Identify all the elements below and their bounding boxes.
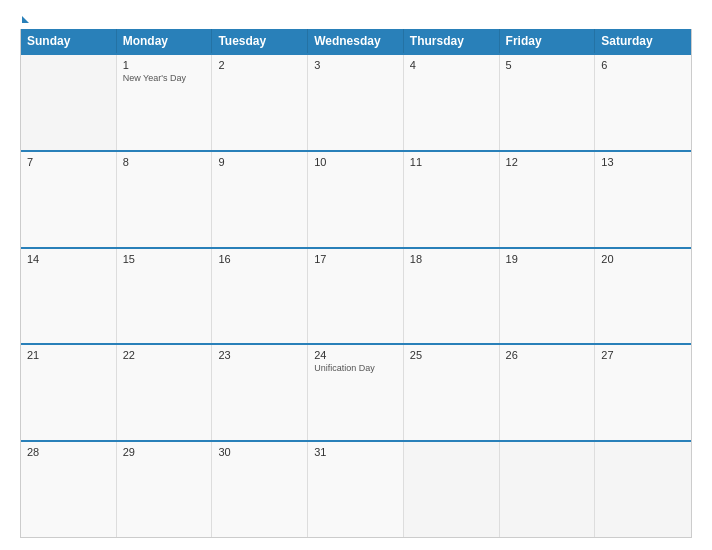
day-cell-w2-d3: 10 [308, 152, 404, 247]
header-friday: Friday [500, 29, 596, 53]
day-number: 15 [123, 253, 206, 265]
day-cell-w1-d0 [21, 55, 117, 150]
day-cell-w2-d0: 7 [21, 152, 117, 247]
day-number: 5 [506, 59, 589, 71]
day-cell-w4-d1: 22 [117, 345, 213, 440]
day-number: 4 [410, 59, 493, 71]
day-number: 23 [218, 349, 301, 361]
day-cell-w5-d2: 30 [212, 442, 308, 537]
week-row-4: 21222324Unification Day252627 [21, 343, 691, 440]
day-number: 6 [601, 59, 685, 71]
days-of-week-header: Sunday Monday Tuesday Wednesday Thursday… [21, 29, 691, 53]
day-cell-w2-d1: 8 [117, 152, 213, 247]
day-cell-w2-d5: 12 [500, 152, 596, 247]
day-cell-w1-d2: 2 [212, 55, 308, 150]
day-number: 2 [218, 59, 301, 71]
day-cell-w3-d6: 20 [595, 249, 691, 344]
day-cell-w3-d5: 19 [500, 249, 596, 344]
day-cell-w4-d5: 26 [500, 345, 596, 440]
week-row-3: 14151617181920 [21, 247, 691, 344]
week-row-5: 28293031 [21, 440, 691, 537]
week-row-1: 1New Year's Day23456 [21, 53, 691, 150]
calendar-grid: Sunday Monday Tuesday Wednesday Thursday… [20, 29, 692, 538]
day-cell-w5-d6 [595, 442, 691, 537]
header-wednesday: Wednesday [308, 29, 404, 53]
day-number: 7 [27, 156, 110, 168]
day-cell-w1-d3: 3 [308, 55, 404, 150]
header-saturday: Saturday [595, 29, 691, 53]
day-cell-w2-d2: 9 [212, 152, 308, 247]
day-cell-w3-d0: 14 [21, 249, 117, 344]
calendar-body: 1New Year's Day2345678910111213141516171… [21, 53, 691, 537]
day-number: 31 [314, 446, 397, 458]
day-number: 13 [601, 156, 685, 168]
day-number: 19 [506, 253, 589, 265]
day-number: 17 [314, 253, 397, 265]
day-number: 14 [27, 253, 110, 265]
day-number: 26 [506, 349, 589, 361]
header-monday: Monday [117, 29, 213, 53]
day-number: 24 [314, 349, 397, 361]
day-number: 8 [123, 156, 206, 168]
day-number: 20 [601, 253, 685, 265]
day-number: 3 [314, 59, 397, 71]
day-cell-w5-d3: 31 [308, 442, 404, 537]
day-number: 25 [410, 349, 493, 361]
day-cell-w1-d1: 1New Year's Day [117, 55, 213, 150]
week-row-2: 78910111213 [21, 150, 691, 247]
day-cell-w2-d4: 11 [404, 152, 500, 247]
day-cell-w5-d5 [500, 442, 596, 537]
logo-blue-text [20, 16, 29, 21]
day-number: 11 [410, 156, 493, 168]
day-cell-w1-d4: 4 [404, 55, 500, 150]
day-number: 29 [123, 446, 206, 458]
day-cell-w3-d2: 16 [212, 249, 308, 344]
day-number: 12 [506, 156, 589, 168]
day-number: 28 [27, 446, 110, 458]
day-number: 30 [218, 446, 301, 458]
day-number: 1 [123, 59, 206, 71]
day-cell-w4-d6: 27 [595, 345, 691, 440]
day-cell-w2-d6: 13 [595, 152, 691, 247]
header-tuesday: Tuesday [212, 29, 308, 53]
day-number: 9 [218, 156, 301, 168]
day-cell-w4-d3: 24Unification Day [308, 345, 404, 440]
day-number: 27 [601, 349, 685, 361]
day-number: 10 [314, 156, 397, 168]
day-cell-w4-d0: 21 [21, 345, 117, 440]
day-cell-w5-d0: 28 [21, 442, 117, 537]
day-number: 22 [123, 349, 206, 361]
day-cell-w4-d4: 25 [404, 345, 500, 440]
day-cell-w5-d1: 29 [117, 442, 213, 537]
day-cell-w3-d3: 17 [308, 249, 404, 344]
day-number: 18 [410, 253, 493, 265]
day-cell-w4-d2: 23 [212, 345, 308, 440]
logo-triangle-icon [22, 16, 29, 23]
calendar-page: Sunday Monday Tuesday Wednesday Thursday… [0, 0, 712, 550]
day-number: 21 [27, 349, 110, 361]
day-cell-w3-d1: 15 [117, 249, 213, 344]
day-cell-w5-d4 [404, 442, 500, 537]
day-cell-w1-d6: 6 [595, 55, 691, 150]
day-cell-w1-d5: 5 [500, 55, 596, 150]
holiday-label: New Year's Day [123, 73, 206, 85]
header-sunday: Sunday [21, 29, 117, 53]
header-thursday: Thursday [404, 29, 500, 53]
day-cell-w3-d4: 18 [404, 249, 500, 344]
holiday-label: Unification Day [314, 363, 397, 375]
logo [20, 16, 29, 21]
header [20, 16, 692, 21]
day-number: 16 [218, 253, 301, 265]
